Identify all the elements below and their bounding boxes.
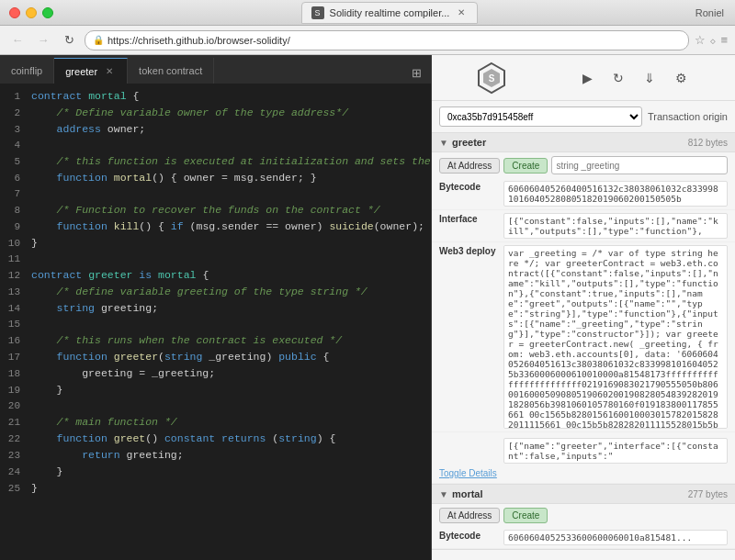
greeter-header: ▼ greeter 812 bytes — [432, 133, 735, 152]
code-line-25: 25 } — [0, 480, 431, 497]
code-line-15: 15 — [0, 317, 431, 332]
toggle-details-link[interactable]: Toggle Details — [439, 466, 728, 480]
code-line-9: 9 function kill() { if (msg.sender == ow… — [0, 218, 431, 235]
extensions-icon[interactable]: ⬦ — [709, 33, 717, 47]
browser-tab-close[interactable]: ✕ — [455, 6, 468, 19]
mortal-btn-row: At Address Create — [432, 504, 735, 527]
udapp-label — [439, 438, 503, 439]
minimize-button[interactable] — [26, 7, 37, 18]
back-button[interactable]: ← — [7, 30, 28, 50]
greeter-string-input[interactable] — [551, 156, 728, 174]
reload-button[interactable]: ↻ — [59, 30, 79, 50]
interface-row: Interface [{"constant":false,"inputs":[]… — [432, 210, 735, 242]
code-line-5: 5 /* this function is executed at initia… — [0, 153, 431, 170]
greeter-btn-row: At Address Create — [432, 152, 735, 178]
url-text: https://chriseth.github.io/browser-solid… — [107, 35, 681, 46]
code-line-12: 12 contract greeter is mortal { — [0, 267, 431, 284]
mortal-at-address-button[interactable]: At Address — [439, 508, 500, 523]
greeter-section: ▼ greeter 812 bytes At Address Create By… — [432, 133, 735, 485]
address-select[interactable]: 0xca35b7d915458eff — [439, 106, 642, 127]
address-bar-input[interactable]: 🔒 https://chriseth.github.io/browser-sol… — [85, 30, 689, 50]
mortal-header: ▼ mortal 277 bytes — [432, 485, 735, 504]
tab-greeter[interactable]: greeter ✕ — [54, 58, 128, 84]
code-line-23: 23 return greeting; — [0, 447, 431, 464]
code-area[interactable]: 1 contract mortal { 2 /* Define variable… — [0, 84, 431, 560]
menu-icon[interactable]: ≡ — [720, 33, 728, 47]
compiler-icons: ▶ ↻ ⇓ ⚙ — [576, 67, 692, 89]
browser-tab[interactable]: S Solidity realtime compiler... ✕ — [301, 2, 479, 24]
mortal-name: mortal — [452, 488, 688, 499]
editor-panel: coinflip greeter ✕ token contract ⊞ 1 co… — [0, 55, 432, 560]
mortal-bytecode-row: Bytecode 6060604052533600600060010a81548… — [432, 527, 735, 549]
udapp-row: [{"name":"greeter","interface":[{"consta… — [432, 432, 735, 484]
titlebar: S Solidity realtime compiler... ✕ Roniel — [0, 0, 735, 26]
bytecode-value[interactable]: 606060405260400516132c38038061032c833998… — [503, 181, 728, 207]
interface-value[interactable]: [{"constant":false,"inputs":[],"name":"k… — [503, 213, 728, 239]
code-line-2: 2 /* Define variable owner of the type a… — [0, 105, 431, 121]
tab-coinflip-label: coinflip — [11, 65, 42, 76]
mortal-create-button[interactable]: Create — [503, 508, 548, 523]
user-name: Roniel — [695, 7, 724, 18]
web3-label: Web3 deploy — [439, 245, 503, 256]
main-content: coinflip greeter ✕ token contract ⊞ 1 co… — [0, 55, 735, 560]
addr-right-icons: ☆ ⬦ ≡ — [695, 33, 728, 47]
forward-button[interactable]: → — [33, 30, 53, 50]
transaction-origin-label: Transaction origin — [648, 111, 728, 122]
address-row: 0xca35b7d915458eff Transaction origin — [432, 101, 735, 133]
code-line-8: 8 /* Function to recover the funds on th… — [0, 202, 431, 218]
code-line-3: 3 address owner; — [0, 121, 431, 138]
tab-greeter-label: greeter — [65, 66, 97, 77]
compiler-header: S ▶ ↻ ⇓ ⚙ — [432, 55, 735, 101]
code-line-18: 18 greeting = _greeting; — [0, 365, 431, 382]
code-line-6: 6 function mortal() { owner = msg.sender… — [0, 170, 431, 186]
maximize-button[interactable] — [42, 7, 53, 18]
code-line-20: 20 — [0, 398, 431, 414]
code-line-11: 11 — [0, 252, 431, 267]
tab-token-label: token contract — [139, 65, 202, 76]
code-line-24: 24 } — [0, 464, 431, 480]
tab-bar: S Solidity realtime compiler... ✕ — [53, 2, 726, 24]
mortal-arrow: ▼ — [439, 489, 448, 499]
greeter-at-address-button[interactable]: At Address — [439, 158, 500, 174]
code-line-14: 14 string greeting; — [0, 300, 431, 317]
code-line-10: 10 } — [0, 235, 431, 252]
udapp-inner: [{"name":"greeter","interface":[{"consta… — [439, 435, 728, 466]
bytecode-label: Bytecode — [439, 181, 503, 192]
svg-text:S: S — [489, 73, 495, 84]
greeter-size: 812 bytes — [688, 138, 728, 148]
greeter-arrow: ▼ — [439, 138, 448, 148]
web3-row: Web3 deploy var _greeting = /* var of ty… — [432, 242, 735, 432]
editor-tab-actions: ⊞ — [408, 62, 431, 84]
addressbar: ← → ↻ 🔒 https://chriseth.github.io/brows… — [0, 26, 735, 55]
send-icon[interactable]: ▶ — [576, 67, 598, 89]
code-line-16: 16 /* this runs when the contract is exe… — [0, 332, 431, 349]
code-line-7: 7 — [0, 186, 431, 202]
udapp-value[interactable]: [{"name":"greeter","interface":[{"consta… — [503, 438, 728, 464]
code-line-19: 19 } — [0, 382, 431, 398]
close-button[interactable] — [9, 7, 20, 18]
tab-greeter-close[interactable]: ✕ — [103, 65, 116, 78]
web3-value[interactable]: var _greeting = /* var of type string he… — [503, 245, 728, 429]
code-line-17: 17 function greeter(string _greeting) pu… — [0, 349, 431, 365]
code-line-1: 1 contract mortal { — [0, 88, 431, 105]
right-panel: S ▶ ↻ ⇓ ⚙ 0xca35b7d915458eff Transaction… — [432, 55, 735, 560]
tab-coinflip[interactable]: coinflip — [0, 58, 54, 84]
editor-tabs: coinflip greeter ✕ token contract ⊞ — [0, 55, 431, 84]
greeter-name: greeter — [452, 137, 688, 148]
mortal-bytecode-value[interactable]: 6060604052533600600060010a815481... — [503, 530, 728, 545]
traffic-lights — [9, 7, 53, 18]
mortal-section: ▼ mortal 277 bytes At Address Create Byt… — [432, 485, 735, 550]
browser-tab-label: Solidity realtime compiler... — [330, 7, 450, 18]
refresh-icon[interactable]: ↻ — [607, 67, 629, 89]
tab-favicon: S — [311, 6, 324, 19]
star-icon[interactable]: ☆ — [695, 33, 706, 47]
interface-label: Interface — [439, 213, 503, 224]
code-line-22: 22 function greet() constant returns (st… — [0, 431, 431, 447]
greeter-create-button[interactable]: Create — [503, 158, 548, 174]
download-icon[interactable]: ⇓ — [639, 67, 661, 89]
code-line-13: 13 /* define variable greeting of the ty… — [0, 284, 431, 300]
settings-icon[interactable]: ⚙ — [670, 67, 692, 89]
tab-token-contract[interactable]: token contract — [128, 58, 214, 84]
grid-icon[interactable]: ⊞ — [408, 62, 425, 84]
solidity-logo: S — [475, 62, 508, 95]
